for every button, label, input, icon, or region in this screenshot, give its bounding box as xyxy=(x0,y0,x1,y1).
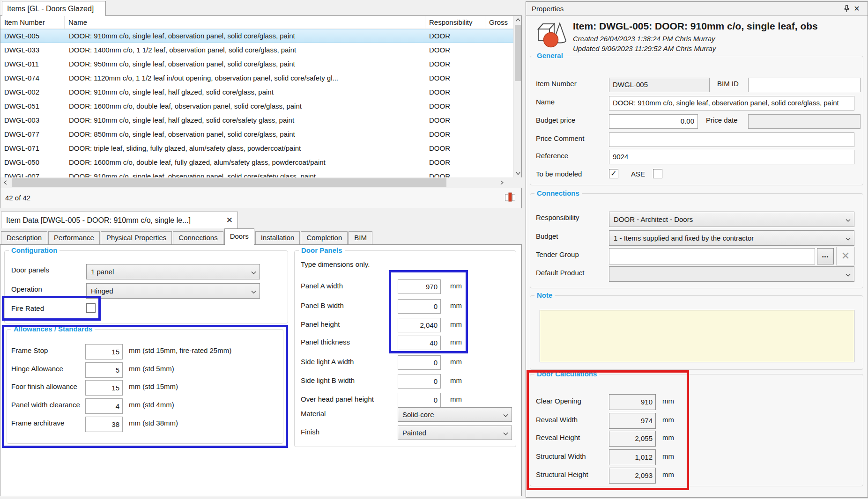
vertical-scrollbar[interactable] xyxy=(513,16,521,177)
type-dimensions-note: Type dimensions only. xyxy=(301,260,370,268)
panel-width-clearance-input[interactable]: 4 xyxy=(85,398,123,414)
side-light-a-width-input[interactable]: 0 xyxy=(398,355,441,370)
door-panels-label: Door panels xyxy=(11,266,49,274)
field-label: Reveal Width xyxy=(536,416,578,424)
field-label: Structural Height xyxy=(536,470,588,478)
table-row[interactable]: DWGL-051 DOOR: 1600mm c/o, double leaf, … xyxy=(0,99,514,113)
table-row[interactable]: DWGL-077 DOOR: 850mm c/o, single leaf, o… xyxy=(0,127,514,141)
to-be-modeled-checkbox[interactable]: ✓ xyxy=(609,169,618,178)
tab-physical-properties[interactable]: Physical Properties xyxy=(101,231,172,244)
hinge-allowance-input[interactable]: 5 xyxy=(85,362,123,378)
scroll-up-icon[interactable] xyxy=(514,16,522,24)
frame-architrave-input[interactable]: 38 xyxy=(85,417,123,432)
default-product-select[interactable] xyxy=(609,266,854,282)
allowances-standards-group: Allowances / Standards Frame Stop 15 mm … xyxy=(7,329,283,444)
row-item-number: DWGL-005 xyxy=(0,29,65,43)
horizontal-scrollbar[interactable] xyxy=(0,177,522,188)
operation-select[interactable]: Hinged xyxy=(86,283,260,299)
row-name: DOOR: 910mm c/o, single leaf, half glaze… xyxy=(65,85,425,99)
scroll-right-icon[interactable] xyxy=(498,178,506,186)
panel-thickness-input[interactable]: 40 xyxy=(398,336,441,350)
scroll-left-icon[interactable] xyxy=(1,178,9,186)
table-row[interactable]: DWGL-007 DOOR: 910mm c/o, single leaf, o… xyxy=(0,169,514,177)
fire-rated-checkbox[interactable] xyxy=(86,303,96,313)
row-item-number: DWGL-011 xyxy=(0,57,65,71)
bim-id-field[interactable] xyxy=(748,78,861,92)
door-columns-icon[interactable] xyxy=(504,191,516,205)
row-responsibility: DOOR xyxy=(425,127,485,141)
door-panels-select[interactable]: 1 panel xyxy=(86,264,260,279)
ellipsis-icon: ••• xyxy=(822,254,829,259)
scrollbar-thumb[interactable] xyxy=(515,25,521,81)
field-label: Panel height xyxy=(301,320,340,328)
to-be-modeled-label: To be modeled xyxy=(536,170,582,178)
tab-doors[interactable]: Doors xyxy=(224,228,254,245)
panel-b-width-input[interactable]: 0 xyxy=(398,299,441,314)
row-item-number: DWGL-007 xyxy=(0,169,65,177)
selected-value: 1 panel xyxy=(91,268,248,276)
unit-label: mm xyxy=(450,338,462,346)
material-select[interactable]: Solid-core xyxy=(398,407,512,422)
frame-stop-input[interactable]: 15 xyxy=(85,344,123,360)
row-name: DOOR: 910mm c/o, single leaf, observatio… xyxy=(65,29,425,43)
row-name: DOOR: 910mm c/o, single leaf, observatio… xyxy=(65,169,425,177)
tab-completion[interactable]: Completion xyxy=(301,231,348,244)
close-icon[interactable]: ✕ xyxy=(226,215,233,225)
price-comment-field[interactable] xyxy=(609,132,854,147)
tab-bim[interactable]: BIM xyxy=(349,231,372,244)
unit-label: mm xyxy=(662,397,674,405)
tab-connections[interactable]: Connections xyxy=(173,231,223,244)
scroll-down-icon[interactable] xyxy=(514,169,522,177)
tender-group-field[interactable] xyxy=(609,248,815,264)
table-row[interactable]: DWGL-005 DOOR: 910mm c/o, single leaf, o… xyxy=(0,29,514,43)
over-head-panel-height-input[interactable]: 0 xyxy=(398,393,441,407)
table-row[interactable]: DWGL-033 DOOR: 1400mm c/o, 1 1/2 leaf, o… xyxy=(0,43,514,57)
finish-select[interactable]: Painted xyxy=(398,426,512,440)
panel-height-input[interactable]: 2,040 xyxy=(398,318,441,332)
close-icon[interactable]: ✕ xyxy=(852,4,862,14)
budget-price-field[interactable]: 0.00 xyxy=(609,114,698,129)
chevron-down-icon xyxy=(503,411,508,418)
tab-description[interactable]: Description xyxy=(1,231,47,244)
budget-select[interactable]: 1 - Items supplied and fixed by the cont… xyxy=(609,230,854,246)
item-number-field[interactable]: DWGL-005 xyxy=(609,78,710,92)
created-timestamp: Created 26/04/2023 1:38:24 PM Chris Murr… xyxy=(573,35,715,43)
column-header-item-number[interactable]: Item Number xyxy=(0,16,65,29)
default-product-label: Default Product xyxy=(536,269,584,277)
tab-performance[interactable]: Performance xyxy=(48,231,100,244)
material-label: Material xyxy=(301,410,326,418)
row-item-number: DWGL-071 xyxy=(0,141,65,155)
browse-button[interactable]: ••• xyxy=(817,248,834,264)
unit-label: mm xyxy=(662,433,674,441)
table-row[interactable]: DWGL-074 DOOR: 1120mm c/o, 1 1/2 leaf in… xyxy=(0,71,514,85)
note-textarea[interactable] xyxy=(540,310,854,362)
items-tab[interactable]: Items [GL - Doors Glazed] xyxy=(2,1,106,16)
table-row[interactable]: DWGL-071 DOOR: triple leaf, sliding, ful… xyxy=(0,141,514,155)
table-row[interactable]: DWGL-003 DOOR: 910mm c/o, single leaf, h… xyxy=(0,113,514,127)
responsibility-select[interactable]: DOOR - Architect - Doors xyxy=(609,212,854,227)
group-label: Door Calculations xyxy=(534,370,599,378)
table-row[interactable]: DWGL-002 DOOR: 910mm c/o, single leaf, h… xyxy=(0,85,514,99)
table-row[interactable]: DWGL-050 DOOR: 1600mm c/o, double leaf, … xyxy=(0,155,514,169)
column-header-responsibility[interactable]: Responsibility xyxy=(425,16,485,29)
pin-icon[interactable] xyxy=(841,4,852,14)
field-label: Foor finish allowance xyxy=(11,382,77,390)
ase-checkbox[interactable] xyxy=(653,169,662,178)
row-responsibility: DOOR xyxy=(425,113,485,127)
price-date-field[interactable] xyxy=(748,114,861,129)
scrollbar-thumb[interactable] xyxy=(12,178,446,187)
row-responsibility: DOOR xyxy=(425,43,485,57)
column-header-gross[interactable]: Gross xyxy=(485,16,514,29)
side-light-b-width-input[interactable]: 0 xyxy=(398,374,441,389)
reference-field[interactable]: 9024 xyxy=(609,150,854,164)
unit-label: mm xyxy=(450,358,462,366)
panel-a-width-input[interactable]: 970 xyxy=(398,279,441,294)
table-row[interactable]: DWGL-011 DOOR: 950mm c/o, single leaf, o… xyxy=(0,57,514,71)
clear-button[interactable]: ✕ xyxy=(836,247,855,265)
price-date-label: Price date xyxy=(706,116,738,124)
floor-finish-allowance-input[interactable]: 15 xyxy=(85,380,123,396)
column-header-name[interactable]: Name xyxy=(65,16,425,29)
name-field[interactable]: DOOR: 910mm c/o, single leaf, observatio… xyxy=(609,96,854,110)
tab-installation[interactable]: Installation xyxy=(255,231,300,244)
item-data-tab[interactable]: Item Data [DWGL-005 - DOOR: 910mm c/o, s… xyxy=(1,212,238,228)
